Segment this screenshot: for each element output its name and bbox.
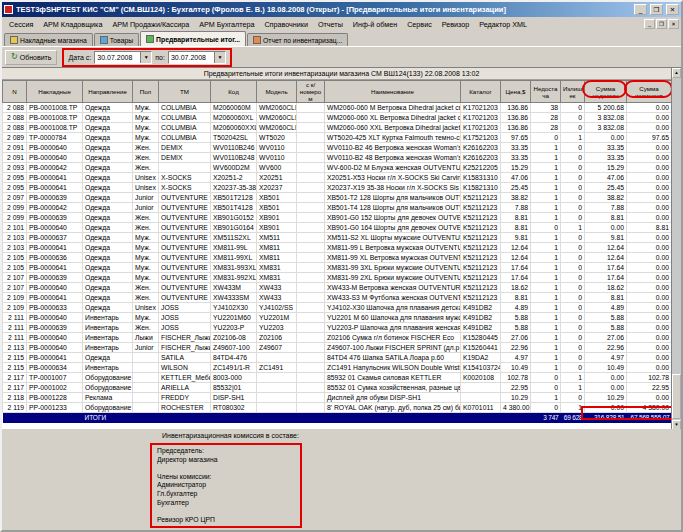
cell: K0020108 (461, 373, 501, 383)
date-from-select[interactable]: 30.07.2008 ▼ (94, 51, 152, 64)
column-header[interactable]: Накладные (27, 81, 83, 103)
close-button[interactable]: ✕ (666, 4, 679, 15)
menu-item[interactable]: АРМ Продажи/Кассира (107, 19, 194, 30)
mdi-minimize-button[interactable]: _ (644, 19, 655, 29)
menu-item[interactable]: АРМ Кладовщика (38, 19, 107, 30)
minimize-button[interactable]: _ (634, 4, 647, 15)
table-row[interactable]: 2 109PB-0000633ОдеждаUnisexJOSSYJ4102X30… (3, 303, 672, 313)
menu-item[interactable]: Отчеты (313, 19, 348, 30)
menu-item[interactable]: Сессия (4, 19, 38, 30)
table-row[interactable]: 2 117PP-0001002Оборудование ARIELLA85532… (3, 383, 672, 393)
cell: WV0110-B2 46 Ветровка женская Woman's we… (325, 143, 461, 153)
table-row[interactable]: 2 097PB-0000639ОдеждаJuniorOUTVENTUREXB5… (3, 193, 672, 203)
table-row[interactable]: 2 091PB-0000640ОдеждаЖен.DEMIXWV0110B248… (3, 153, 672, 163)
column-header[interactable]: Пол (133, 81, 159, 103)
cell: K17021203 (461, 103, 501, 113)
table-row[interactable]: 2 093PB-0000642ОдеждаЖен. WV600D2MWV600 … (3, 163, 672, 173)
table-row[interactable]: 2 113PB-0000640ИнвентарьJuniorFISCHER_Лы… (3, 343, 672, 353)
table-row[interactable]: 2 095PB-0000641ОдеждаUnisexX-SOCKSX20251… (3, 173, 672, 183)
table-row[interactable]: 2 088PB-0001008.TРОдеждаМуж.COLUMBIAM206… (3, 113, 672, 123)
cell (297, 343, 325, 353)
cell: XM511-S2 XL Шорты мужские OUTVENTURE Men… (325, 233, 461, 243)
table-row[interactable]: 2 109PB-0000641ОдеждаЖен.OUTVENTUREXW433… (3, 293, 672, 303)
menu-item[interactable]: Инф-й обмен (348, 19, 402, 30)
date-from-label: Дата с: (68, 54, 91, 61)
table-row[interactable]: 2 089TP-0000784ОдеждаМуж.COLUMBIAT502042… (3, 133, 672, 143)
menu-item[interactable]: Редактор XML (474, 19, 532, 30)
cell: 136.86 (501, 123, 531, 133)
scrollbar-thumb[interactable] (672, 374, 681, 419)
table-row[interactable]: 2 105PB-0000636ОдеждаМуж.OUTVENTUREXM811… (3, 253, 672, 263)
table-row[interactable]: 2 099PB-0000639ОдеждаЖен.OUTVENTUREXB901… (3, 213, 672, 223)
cell: 5.88 (501, 323, 531, 333)
column-header[interactable]: ТМ (159, 81, 211, 103)
scroll-down-icon[interactable]: ▼ (672, 420, 681, 429)
table-row[interactable]: 2 101PB-0000640ОдеждаЖен.OUTVENTUREXB901… (3, 223, 672, 233)
table-row[interactable]: 2 111PB-0000640ИнвентарьМуж.JOSSYU2201M6… (3, 313, 672, 323)
cell: 22.95 (501, 383, 531, 393)
vertical-scrollbar[interactable]: ▲ ▼ (671, 68, 681, 429)
cell: 2 109 (3, 293, 27, 303)
commission-line (157, 464, 295, 473)
column-header[interactable]: Недостача (531, 81, 561, 103)
tab-1[interactable]: Накладные магазина (4, 33, 93, 46)
cell: K52112123 (461, 263, 501, 273)
table-row[interactable]: 2 119PP-0001233Оборудование ROCHESTERRT0… (3, 403, 672, 413)
commission-line (157, 507, 295, 516)
cell: OUTVENTURE (159, 223, 211, 233)
tab-4[interactable]: Отчет по инвентаризац... (247, 33, 348, 46)
mdi-restore-button[interactable]: ❐ (656, 19, 667, 29)
menu-item[interactable]: АРМ Бухгалтера (194, 19, 259, 30)
cell: XB501 (257, 203, 297, 213)
table-row[interactable]: 2 091PB-0000640ОдеждаЖен.DEMIXWV0110B246… (3, 143, 672, 153)
table-row[interactable]: 2 107PB-0000640ОдеждаЖен.OUTVENTUREXW433… (3, 283, 672, 293)
table-row[interactable]: 2 103PB-0000637ОдеждаМуж.OUTVENTUREXM511… (3, 233, 672, 243)
totals-row[interactable]: ИТОГИ 3 747 69 628 316 828.51 67 568 555… (3, 413, 672, 424)
column-header[interactable]: Сумма недостач (585, 81, 627, 103)
menu-item[interactable]: Ревизор (437, 19, 475, 30)
column-header[interactable]: Сумма излишков (627, 81, 672, 103)
cell (133, 403, 159, 413)
column-header[interactable]: с к/номером (297, 81, 325, 103)
table-row[interactable]: 2 111PB-0000639ИнвентарьЖен.JOSSYU2203-P… (3, 323, 672, 333)
chevron-down-icon[interactable]: ▼ (140, 52, 151, 63)
table-row[interactable]: 2 115PB-0000641Одежда SATILA84TD4-476 84… (3, 353, 672, 363)
table-row[interactable]: 2 088PB-0001008.TРОдеждаМуж.COLUMBIAM206… (3, 103, 672, 113)
cell (297, 113, 325, 123)
cell: XB501 (257, 193, 297, 203)
table-row[interactable]: 2 099PB-0000642ОдеждаJuniorOUTVENTUREXB5… (3, 203, 672, 213)
cell: 0.00 (627, 243, 672, 253)
column-header[interactable]: Каталог (461, 81, 501, 103)
column-header[interactable]: Модель (257, 81, 297, 103)
column-header[interactable]: Код (211, 81, 257, 103)
table-row[interactable]: 2 118PB-0001228Реклама FREDDYDISP-SH1 Ди… (3, 393, 672, 403)
refresh-button[interactable]: ↻ Обновить (5, 50, 57, 65)
table-row[interactable]: 2 095PB-0000641ОдеждаUnisexX-SOCKSX20237… (3, 183, 672, 193)
date-to-select[interactable]: 30.07.2008 ▼ (168, 51, 226, 64)
table-row[interactable]: 2 088PB-0001008.TРОдеждаМуж.COLUMBIAM206… (3, 123, 672, 133)
cell: 0.00 (627, 353, 672, 363)
menu-item[interactable]: Сервис (402, 19, 437, 30)
cell: PB-0000640 (27, 223, 83, 233)
column-header[interactable]: Излишек (561, 81, 585, 103)
maximize-button[interactable]: ❐ (650, 4, 663, 15)
table-row[interactable]: 2 105PB-0000641ОдеждаМуж.OUTVENTUREXM831… (3, 263, 672, 273)
cell: WILSON (159, 363, 211, 373)
tab-2[interactable]: Товары (94, 33, 139, 46)
table-row[interactable]: 2 115PB-0000634Инвентарь WILSONZC1491/1-… (3, 363, 672, 373)
column-header[interactable]: Наименование (325, 81, 461, 103)
scroll-up-icon[interactable]: ▲ (672, 68, 681, 78)
table-row[interactable]: 2 107PB-0000639ОдеждаМуж.OUTVENTUREXM831… (3, 273, 672, 283)
chevron-down-icon[interactable]: ▼ (214, 52, 225, 63)
table-row[interactable]: 2 117TP-0001007Оборудование KETTLER_Мебк… (3, 373, 672, 383)
cell: TP-0001007 (27, 373, 83, 383)
table-row[interactable]: 2 111PB-0000640ИнвентарьЛыжиFISCHER_Лыжи… (3, 333, 672, 343)
column-header[interactable]: N (3, 81, 27, 103)
menu-item[interactable]: Справочники (259, 19, 313, 30)
titlebar: TEST3фSHPTEST КИС "СМ" (СМ.ВШ124) : Бухг… (2, 2, 681, 17)
column-header[interactable]: Цена,$ (501, 81, 531, 103)
table-row[interactable]: 2 103PB-0000641ОдеждаМуж.OUTVENTUREXM811… (3, 243, 672, 253)
column-header[interactable]: Направление (83, 81, 133, 103)
mdi-close-button[interactable]: ✕ (668, 19, 679, 29)
tab-3[interactable]: Предварительные итог... (140, 31, 246, 46)
